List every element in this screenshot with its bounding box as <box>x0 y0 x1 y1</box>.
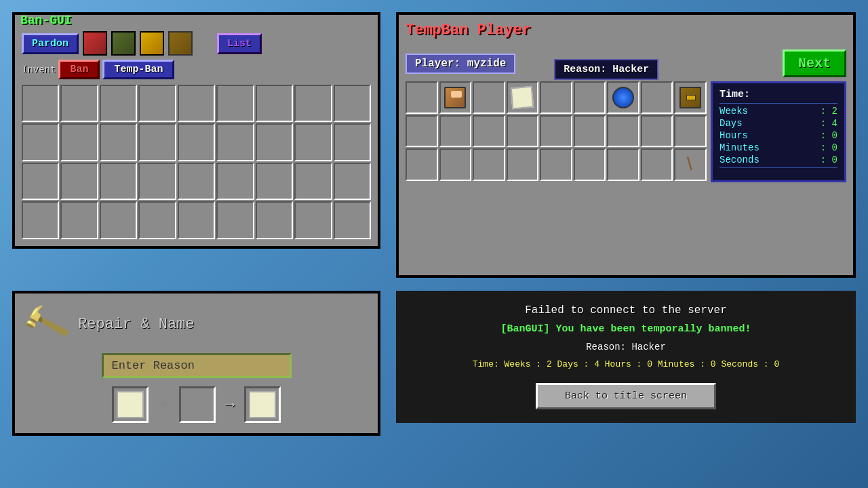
repair-slot-input[interactable] <box>112 386 149 423</box>
paper-output-icon <box>249 391 276 418</box>
reason-input[interactable] <box>102 353 292 378</box>
pardon-button[interactable]: Pardon <box>22 33 79 54</box>
inv-cell[interactable] <box>294 123 332 161</box>
repair-slot-material[interactable] <box>179 386 216 423</box>
weeks-key: Weeks <box>719 106 748 117</box>
arrow-icon: → <box>225 396 235 414</box>
inv-cell[interactable] <box>60 85 98 122</box>
paper-icon <box>511 85 534 109</box>
inv-cell[interactable] <box>334 163 371 200</box>
tempban-cell[interactable] <box>641 115 673 148</box>
tempban-cell[interactable] <box>406 115 438 148</box>
inventory-label: Invent <box>22 64 56 75</box>
inv-cell[interactable] <box>100 163 137 200</box>
inv-cell[interactable] <box>256 201 293 239</box>
tempban-cell[interactable] <box>574 148 606 181</box>
inv-cell[interactable] <box>178 85 215 122</box>
inv-cell[interactable] <box>178 163 215 200</box>
tempban-cell[interactable] <box>406 81 438 114</box>
tempban-cell[interactable] <box>607 148 639 181</box>
inv-cell[interactable] <box>100 201 137 239</box>
inv-cell[interactable] <box>138 201 176 239</box>
time-row-minutes: Minutes : 0 <box>719 142 837 153</box>
tempban-cell[interactable] <box>574 115 606 148</box>
seconds-key: Seconds <box>719 155 760 165</box>
hours-key: Hours <box>719 130 748 141</box>
tempban-cell[interactable] <box>439 115 472 148</box>
tempban-cell-stick[interactable] <box>674 148 707 181</box>
back-to-title-button[interactable]: Back to title screen <box>536 383 716 409</box>
tempban-cell[interactable] <box>641 81 673 114</box>
tempban-cell-player[interactable] <box>439 81 472 114</box>
tempban-button[interactable]: Temp-Ban <box>102 60 174 79</box>
tempban-cell[interactable] <box>540 81 572 114</box>
hammer-icon: 🔨 <box>19 298 73 351</box>
ban-button[interactable]: Ban <box>58 60 100 79</box>
time-row-weeks: Weeks : 2 <box>719 106 837 117</box>
globe-icon <box>612 87 634 108</box>
inv-cell[interactable] <box>60 201 98 239</box>
time-row-days: Days : 4 <box>719 118 837 129</box>
next-button[interactable]: Next <box>783 49 846 77</box>
inv-cell[interactable] <box>22 85 59 122</box>
inv-cell[interactable] <box>334 123 371 161</box>
green-wool-icon <box>111 31 136 56</box>
disconnect-time: Time: Weeks : 2 Days : 4 Hours : 0 Minut… <box>473 359 779 369</box>
inv-cell[interactable] <box>294 201 332 239</box>
inv-cell[interactable] <box>334 85 371 122</box>
weeks-value: : 2 <box>821 106 837 117</box>
list-button[interactable]: List <box>217 33 262 54</box>
tempban-cell[interactable] <box>473 115 505 148</box>
tempban-cell[interactable] <box>406 148 438 181</box>
inv-cell[interactable] <box>22 201 59 239</box>
tempban-cell[interactable] <box>641 148 673 181</box>
inv-cell[interactable] <box>216 85 254 122</box>
disconnect-panel: Failed to connect to the server [BanGUI]… <box>396 291 856 423</box>
minutes-value: : 0 <box>821 142 837 153</box>
inv-cell[interactable] <box>22 123 59 161</box>
inv-cell[interactable] <box>100 123 137 161</box>
tempban-cell[interactable] <box>540 148 572 181</box>
inv-cell[interactable] <box>294 163 332 200</box>
tempban-cell-chest[interactable] <box>674 81 707 114</box>
tempban-cell[interactable] <box>574 81 606 114</box>
inv-cell[interactable] <box>216 123 254 161</box>
inv-cell[interactable] <box>22 163 59 200</box>
tempban-cell-paper[interactable] <box>507 81 539 114</box>
inv-cell[interactable] <box>178 123 215 161</box>
inv-cell[interactable] <box>100 85 137 122</box>
tempban-cell[interactable] <box>507 115 539 148</box>
inv-cell[interactable] <box>256 85 293 122</box>
reason-tooltip: Reason: Hacker <box>554 59 658 80</box>
tempban-cell[interactable] <box>607 115 639 148</box>
inv-cell[interactable] <box>138 123 176 161</box>
inv-cell[interactable] <box>138 85 176 122</box>
repair-slot-output[interactable] <box>244 386 281 423</box>
tempban-cell[interactable] <box>473 81 505 114</box>
time-row-hours: Hours : 0 <box>719 130 837 141</box>
plus-icon: + <box>158 394 170 415</box>
inv-cell[interactable] <box>138 163 176 200</box>
inv-cell[interactable] <box>178 201 215 239</box>
inv-cell[interactable] <box>256 123 293 161</box>
yellow-wool-icon <box>140 31 164 56</box>
time-panel: Time: Weeks : 2 Days : 4 Hours : 0 <box>711 81 846 182</box>
chest-icon <box>679 87 701 108</box>
tempban-cell[interactable] <box>674 115 707 148</box>
stick-icon <box>679 154 701 176</box>
tempban-cell[interactable] <box>507 148 539 181</box>
time-row-seconds: Seconds : 0 <box>719 155 837 165</box>
inv-cell[interactable] <box>294 85 332 122</box>
inv-cell[interactable] <box>216 201 254 239</box>
time-title: Time: <box>719 89 837 100</box>
inv-cell[interactable] <box>256 163 293 200</box>
tempban-cell[interactable] <box>473 148 505 181</box>
repair-title: Repair & Name <box>78 316 195 333</box>
tempban-cell-globe[interactable]: Reason: Hacker <box>607 81 639 114</box>
tempban-cell[interactable] <box>540 115 572 148</box>
tempban-cell[interactable] <box>439 148 472 181</box>
inv-cell[interactable] <box>216 163 254 200</box>
inv-cell[interactable] <box>60 123 98 161</box>
inv-cell[interactable] <box>60 163 98 200</box>
inv-cell[interactable] <box>334 201 371 239</box>
